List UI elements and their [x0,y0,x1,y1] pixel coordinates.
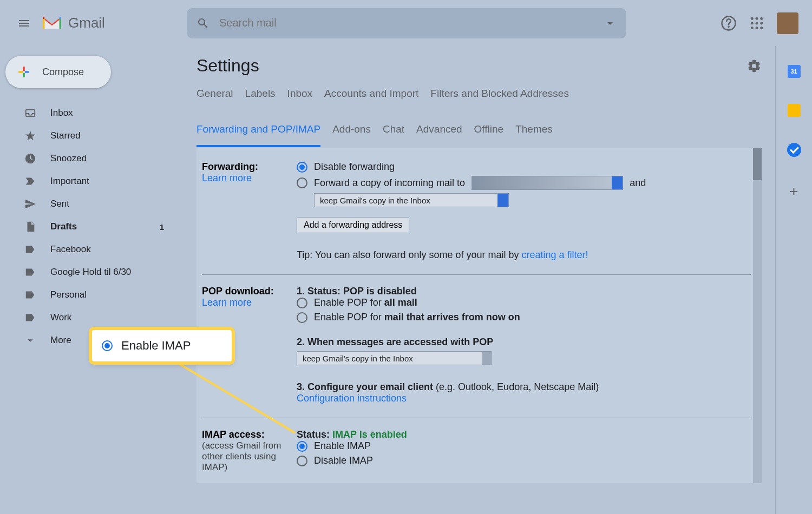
sidebar-item-facebook[interactable]: Facebook [5,238,186,261]
pop-when-accessed-heading: 2. When messages are accessed with POP [297,337,751,348]
sidebar-item-starred[interactable]: Starred [5,124,186,147]
section-imap: IMAP access: (access Gmail from other cl… [202,429,751,483]
imap-status: Status: IMAP is enabled [297,429,751,440]
callout-radio-icon [102,340,113,351]
imap-heading: IMAP access: [202,429,297,440]
pop-all-mail-label: Enable POP for all mail [314,297,417,308]
sidebar-item-drafts[interactable]: Drafts1 [5,215,186,238]
tab-chat[interactable]: Chat [383,123,404,147]
gmail-logo[interactable]: Gmail [41,15,105,31]
scrollbar-thumb[interactable] [753,148,762,180]
radio-pop-new-mail[interactable] [297,312,307,323]
sidebar-item-snoozed[interactable]: Snoozed [5,147,186,170]
sidebar-item-inbox[interactable]: Inbox [5,102,186,124]
create-filter-link[interactable]: creating a filter! [522,249,588,260]
config-instructions-link[interactable]: Configuration instructions [297,393,407,404]
radio-enable-imap[interactable] [297,441,307,452]
pop-keep-copy-dropdown[interactable]: keep Gmail's copy in the Inbox [297,351,492,365]
keep-copy-dropdown[interactable]: keep Gmail's copy in the Inbox [314,193,509,207]
pop-configure-heading: 3. Configure your email client (e.g. Out… [297,381,751,393]
keep-icon[interactable] [788,104,801,117]
tab-labels[interactable]: Labels [245,88,276,111]
app-header: Gmail [0,0,812,46]
gear-icon[interactable] [746,58,762,74]
svg-point-4 [760,17,763,19]
enable-imap-label: Enable IMAP [314,440,371,452]
svg-point-2 [751,17,754,19]
sidebar-item-work[interactable]: Work [5,306,186,329]
forward-address-dropdown[interactable] [472,176,623,190]
tab-themes[interactable]: Themes [515,123,553,147]
pop-heading: POP download: [202,286,297,297]
page-title: Settings [197,56,259,76]
svg-point-1 [728,26,729,27]
search-icon [197,17,209,30]
search-options-icon[interactable] [604,17,617,30]
section-pop: POP download: Learn more 1. Status: POP … [202,286,751,418]
tab-accounts-and-import[interactable]: Accounts and Import [324,88,418,111]
tab-filters-and-blocked-addresses[interactable]: Filters and Blocked Addresses [430,88,569,111]
svg-point-3 [756,17,758,19]
tab-add-ons[interactable]: Add-ons [332,123,371,147]
add-forwarding-address-button[interactable]: Add a forwarding address [297,217,409,233]
forward-copy-label: Forward a copy of incoming mail to [314,177,465,189]
radio-disable-forwarding[interactable] [297,162,307,173]
search-input[interactable] [219,17,604,29]
pop-new-mail-label: Enable POP for mail that arrives from no… [314,312,520,323]
svg-point-8 [751,27,754,29]
gmail-logo-text: Gmail [68,15,105,31]
forwarding-learn-more-link[interactable]: Learn more [202,173,252,183]
right-side-panel: 31 + [775,46,812,514]
svg-point-6 [756,22,758,24]
forward-and-text: and [630,177,646,189]
radio-disable-imap[interactable] [297,456,307,466]
svg-point-10 [760,27,763,29]
calendar-icon[interactable]: 31 [788,65,801,78]
radio-pop-all-mail[interactable] [297,298,307,308]
sidebar: Compose InboxStarredSnoozedImportantSent… [0,46,186,514]
disable-forwarding-label: Disable forwarding [314,161,395,173]
settings-panel: Forwarding: Learn more Disable forwardin… [197,148,762,483]
tab-advanced[interactable]: Advanced [416,123,462,147]
main-content: Settings GeneralLabelsInboxAccounts and … [186,46,775,514]
settings-tabs: GeneralLabelsInboxAccounts and ImportFil… [197,88,695,148]
account-avatar[interactable] [777,12,798,34]
sidebar-item-google-hold-til-6-30[interactable]: Google Hold til 6/30 [5,261,186,284]
section-forwarding: Forwarding: Learn more Disable forwardin… [202,161,751,275]
tab-inbox[interactable]: Inbox [287,88,312,111]
enable-imap-callout: Enable IMAP [92,330,232,361]
sidebar-item-important[interactable]: Important [5,170,186,193]
sidebar-item-sent[interactable]: Sent [5,193,186,215]
forwarding-heading: Forwarding: [202,161,297,173]
add-addon-icon[interactable]: + [789,183,798,200]
tab-offline[interactable]: Offline [474,123,504,147]
svg-point-9 [756,27,758,29]
radio-forward-copy[interactable] [297,177,307,188]
search-bar[interactable] [187,8,626,38]
apps-grid-icon[interactable] [749,15,765,31]
compose-button[interactable]: Compose [5,56,111,88]
help-icon[interactable] [721,15,737,31]
tab-general[interactable]: General [197,88,233,111]
hamburger-menu-icon[interactable] [11,10,37,36]
pop-learn-more-link[interactable]: Learn more [202,297,252,308]
sidebar-item-personal[interactable]: Personal [5,284,186,306]
header-right [721,12,798,34]
tab-forwarding-and-pop-imap[interactable]: Forwarding and POP/IMAP [197,123,320,147]
compose-label: Compose [42,67,84,78]
callout-text: Enable IMAP [121,339,191,353]
scrollbar-track[interactable] [753,148,762,483]
tasks-icon[interactable] [787,143,801,157]
pop-status: 1. Status: POP is disabled [297,286,751,297]
svg-point-5 [751,22,754,24]
forwarding-tip: Tip: You can also forward only some of y… [297,249,751,261]
svg-point-7 [760,22,763,24]
plus-icon [15,63,32,81]
imap-subnote: (access Gmail from other clients using I… [202,440,297,473]
disable-imap-label: Disable IMAP [314,455,373,466]
gmail-envelope-icon [41,15,63,31]
